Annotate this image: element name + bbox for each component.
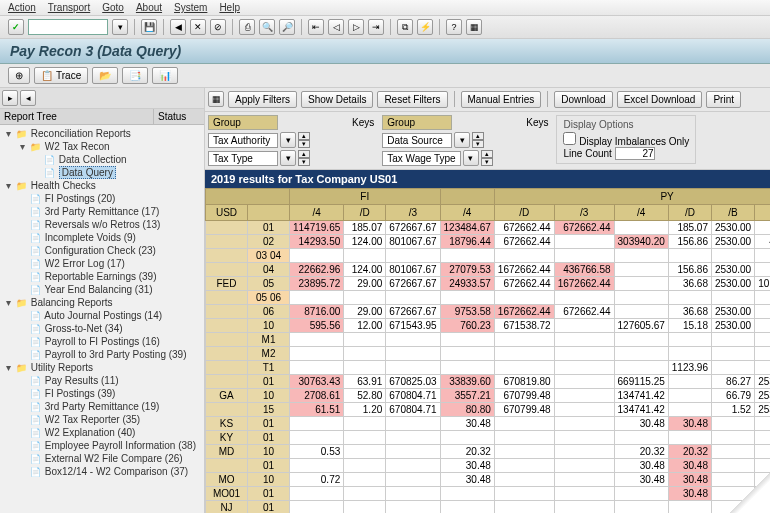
tree-node[interactable]: 📄 Gross-to-Net (34): [2, 322, 202, 335]
trace-button[interactable]: 📋 Trace: [34, 67, 88, 84]
menu-transport[interactable]: Transport: [48, 2, 90, 13]
imbalances-only-checkbox[interactable]: [563, 132, 576, 145]
table-row[interactable]: 0130763.4363.91670825.0333839.60670819.8…: [206, 375, 771, 389]
table-row[interactable]: MO010130.4845.72: [206, 487, 771, 501]
tree-node[interactable]: 📄 Payroll to 3rd Party Posting (39): [2, 348, 202, 361]
table-row[interactable]: MD100.5320.3220.3220.32: [206, 445, 771, 459]
print-icon[interactable]: ⎙: [239, 19, 255, 35]
up-icon[interactable]: ▴: [298, 132, 310, 140]
tree-node[interactable]: 📄 FI Postings (20): [2, 192, 202, 205]
next-page-icon[interactable]: ▷: [348, 19, 364, 35]
tree-node[interactable]: 📄 Data Query: [2, 166, 202, 179]
tree-node[interactable]: ▾📁 Health Checks: [2, 179, 202, 192]
table-row[interactable]: 0130.4830.4830.4845.72: [206, 459, 771, 473]
dropdown-icon[interactable]: ▾: [280, 132, 296, 148]
tax-type-select[interactable]: Tax Type: [208, 151, 278, 166]
tree-node[interactable]: ▾📁 Reconciliation Reports: [2, 127, 202, 140]
table-row[interactable]: KY01140.523200.00: [206, 431, 771, 445]
enter-button[interactable]: ✓: [8, 19, 24, 35]
tree-node[interactable]: 📄 Pay Results (11): [2, 374, 202, 387]
download-button[interactable]: Download: [554, 91, 612, 108]
table-row[interactable]: M1301678.50: [206, 333, 771, 347]
apply-filters-button[interactable]: Apply Filters: [228, 91, 297, 108]
table-row[interactable]: 03 04424.47: [206, 249, 771, 263]
table-row[interactable]: GA102708.6152.80670804.713557.21670799.4…: [206, 389, 771, 403]
down-icon[interactable]: ▾: [481, 158, 493, 166]
layout-icon[interactable]: ▦: [466, 19, 482, 35]
tree-node[interactable]: 📄 Auto Journal Postings (14): [2, 309, 202, 322]
show-details-button[interactable]: Show Details: [301, 91, 373, 108]
table-row[interactable]: M22715.11-: [206, 347, 771, 361]
tree-node[interactable]: 📄 Payroll to FI Postings (16): [2, 335, 202, 348]
tree-node[interactable]: 📄 3rd Party Remittance (17): [2, 205, 202, 218]
tree-node[interactable]: ▾📁 W2 Tax Recon: [2, 140, 202, 153]
dropdown-icon[interactable]: ▾: [454, 132, 470, 148]
table-row[interactable]: 10595.5612.00671543.95760.23671538.72127…: [206, 319, 771, 333]
tree-node[interactable]: 📄 External W2 File Compare (26): [2, 452, 202, 465]
print-button[interactable]: Print: [706, 91, 741, 108]
new-session-icon[interactable]: ⧉: [397, 19, 413, 35]
tree-node[interactable]: 📄 Box12/14 - W2 Comparison (37): [2, 465, 202, 478]
save-icon[interactable]: 💾: [141, 19, 157, 35]
table-row[interactable]: 01114719.65185.07672667.67123484.6767266…: [206, 221, 771, 235]
tool-icon-3[interactable]: 📊: [152, 67, 178, 84]
down-icon[interactable]: ▾: [298, 140, 310, 148]
command-field[interactable]: [28, 19, 108, 35]
up-icon[interactable]: ▴: [472, 132, 484, 140]
results-table[interactable]: FIPYTPW2USD/4/D/3/4/D/3/4/D/B/4/D/1/T/4/…: [205, 188, 770, 513]
tree-node[interactable]: ▾📁 Balancing Reports: [2, 296, 202, 309]
data-source-select[interactable]: Data Source: [382, 133, 452, 148]
tree-collapse-icon[interactable]: ◂: [20, 90, 36, 106]
tree-node[interactable]: 📄 W2 Tax Reporter (35): [2, 413, 202, 426]
tree-expand-icon[interactable]: ▸: [2, 90, 18, 106]
shortcut-icon[interactable]: ⚡: [417, 19, 433, 35]
tree-node[interactable]: 📄 W2 Error Log (17): [2, 257, 202, 270]
menu-goto[interactable]: Goto: [102, 2, 124, 13]
help-icon[interactable]: ?: [446, 19, 462, 35]
tree-node[interactable]: 📄 Employee Payroll Information (38): [2, 439, 202, 452]
tree-node[interactable]: 📄 Reportable Earnings (39): [2, 270, 202, 283]
table-row[interactable]: MO100.7230.4830.4830.48: [206, 473, 771, 487]
menu-system[interactable]: System: [174, 2, 207, 13]
table-row[interactable]: T11123.96: [206, 361, 771, 375]
menu-about[interactable]: About: [136, 2, 162, 13]
table-row[interactable]: 05 06101.61: [206, 291, 771, 305]
tree-node[interactable]: ▾📁 Utility Reports: [2, 361, 202, 374]
tax-wage-type-select[interactable]: Tax Wage Type: [382, 151, 460, 166]
dropdown-icon[interactable]: ▾: [463, 150, 479, 166]
table-row[interactable]: 0422662.96124.00801067.6727079.531672662…: [206, 263, 771, 277]
tool-icon-2[interactable]: 📑: [122, 67, 148, 84]
back-icon[interactable]: ◀: [170, 19, 186, 35]
execute-icon[interactable]: ⊕: [8, 67, 30, 84]
menu-help[interactable]: Help: [219, 2, 240, 13]
tool-icon-1[interactable]: 📂: [92, 67, 118, 84]
last-page-icon[interactable]: ⇥: [368, 19, 384, 35]
up-icon[interactable]: ▴: [298, 150, 310, 158]
report-tree[interactable]: ▾📁 Reconciliation Reports▾📁 W2 Tax Recon…: [0, 125, 204, 513]
cancel-icon[interactable]: ⊘: [210, 19, 226, 35]
table-row[interactable]: FED0523895.7229.00672667.6724933.5767266…: [206, 277, 771, 291]
tree-node[interactable]: 📄 3rd Party Remittance (19): [2, 400, 202, 413]
tree-node[interactable]: 📄 W2 Explanation (40): [2, 426, 202, 439]
dropdown-icon[interactable]: ▾: [112, 19, 128, 35]
tax-authority-select[interactable]: Tax Authority: [208, 133, 278, 148]
down-icon[interactable]: ▾: [472, 140, 484, 148]
up-icon[interactable]: ▴: [481, 150, 493, 158]
table-row[interactable]: 068716.0029.00672667.679753.581672662.44…: [206, 305, 771, 319]
reset-filters-button[interactable]: Reset Filters: [377, 91, 447, 108]
tree-node[interactable]: 📄 Data Collection: [2, 153, 202, 166]
tree-node[interactable]: 📄 Reversals w/o Retros (13): [2, 218, 202, 231]
manual-entries-button[interactable]: Manual Entries: [461, 91, 542, 108]
tree-node[interactable]: 📄 Configuration Check (23): [2, 244, 202, 257]
tree-node[interactable]: 📄 Incomplete Voids (9): [2, 231, 202, 244]
filter-icon[interactable]: ▦: [208, 91, 224, 107]
table-row[interactable]: 1561.511.20670804.7180.80670799.48134741…: [206, 403, 771, 417]
menu-action[interactable]: Action: [8, 2, 36, 13]
down-icon[interactable]: ▾: [298, 158, 310, 166]
line-count-input[interactable]: [615, 147, 655, 160]
dropdown-icon[interactable]: ▾: [280, 150, 296, 166]
tree-node[interactable]: 📄 Year End Balancing (31): [2, 283, 202, 296]
tree-node[interactable]: 📄 FI Postings (39): [2, 387, 202, 400]
table-row[interactable]: 0214293.50124.00801067.6718796.44672662.…: [206, 235, 771, 249]
first-page-icon[interactable]: ⇤: [308, 19, 324, 35]
